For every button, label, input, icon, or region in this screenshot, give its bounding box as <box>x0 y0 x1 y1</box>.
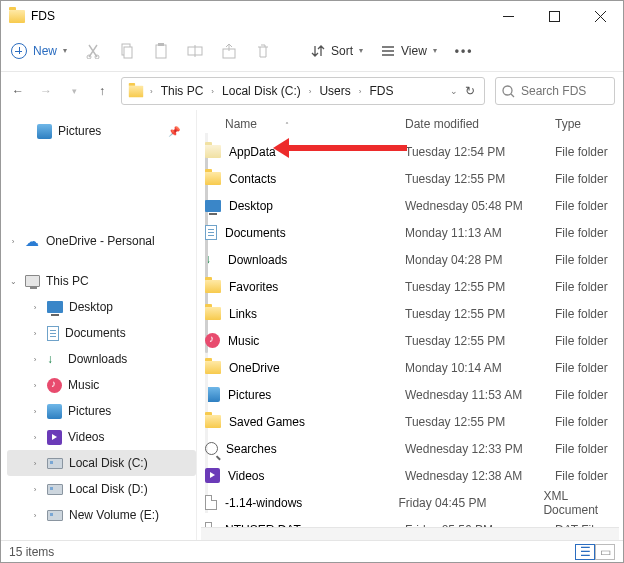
table-row[interactable]: PicturesWednesday 11:53 AMFile folder <box>197 381 623 408</box>
breadcrumb[interactable]: Local Disk (C:) <box>220 84 303 98</box>
table-row[interactable]: DocumentsMonday 11:13 AMFile folder <box>197 219 623 246</box>
table-row[interactable]: ContactsTuesday 12:55 PMFile folder <box>197 165 623 192</box>
video-icon <box>47 430 62 445</box>
sidebar-item-videos[interactable]: ›Videos <box>7 424 196 450</box>
nav-row: ← → ▾ ↑ › This PC › Local Disk (C:) › Us… <box>1 72 623 110</box>
sidebar-item-disk-d[interactable]: ›Local Disk (D:) <box>7 476 196 502</box>
expand-icon[interactable]: › <box>29 407 41 416</box>
table-row[interactable]: VideosWednesday 12:38 AMFile folder <box>197 462 623 489</box>
search-input[interactable] <box>521 84 601 98</box>
horizontal-scrollbar[interactable] <box>201 527 619 541</box>
sidebar-item-label: Downloads <box>68 352 127 366</box>
pin-icon: 📌 <box>168 126 180 137</box>
chevron-right-icon: › <box>307 87 314 96</box>
table-row[interactable]: MusicTuesday 12:55 PMFile folder <box>197 327 623 354</box>
recent-button[interactable]: ▾ <box>65 87 83 96</box>
expand-icon[interactable]: › <box>29 381 41 390</box>
disk-icon <box>47 458 63 469</box>
file-name: Links <box>229 307 257 321</box>
delete-icon[interactable] <box>255 43 271 59</box>
svg-rect-7 <box>124 47 132 58</box>
column-type[interactable]: Type <box>555 117 623 131</box>
breadcrumb[interactable]: FDS <box>367 84 395 98</box>
document-icon <box>205 225 217 240</box>
file-name: AppData <box>229 145 276 159</box>
up-button[interactable]: ↑ <box>93 84 111 98</box>
column-date[interactable]: Date modified <box>405 117 555 131</box>
expand-icon[interactable]: › <box>29 355 41 364</box>
sidebar-item-onedrive[interactable]: › ☁ OneDrive - Personal <box>7 228 196 254</box>
back-button[interactable]: ← <box>9 84 27 98</box>
cut-icon[interactable] <box>85 43 101 59</box>
search-box[interactable] <box>495 77 615 105</box>
column-name[interactable]: Name˄ <box>225 117 405 131</box>
sidebar-item-this-pc[interactable]: ⌄ This PC <box>7 268 196 294</box>
chevron-right-icon: › <box>209 87 216 96</box>
expand-icon[interactable]: › <box>29 303 41 312</box>
sidebar-item-vol-e[interactable]: ›New Volume (E:) <box>7 502 196 528</box>
chevron-down-icon[interactable]: ⌄ <box>450 87 458 96</box>
document-icon <box>47 326 59 341</box>
paste-icon[interactable] <box>153 43 169 59</box>
expand-icon[interactable]: › <box>29 485 41 494</box>
minimize-button[interactable] <box>485 1 531 31</box>
file-type: File folder <box>555 199 608 213</box>
pictures-icon <box>47 404 62 419</box>
table-row[interactable]: SearchesWednesday 12:33 PMFile folder <box>197 435 623 462</box>
sidebar-item-downloads[interactable]: ›↓Downloads <box>7 346 196 372</box>
expand-icon[interactable]: › <box>29 433 41 442</box>
file-type: File folder <box>555 145 608 159</box>
table-row[interactable]: DesktopWednesday 05:48 PMFile folder <box>197 192 623 219</box>
collapse-icon[interactable]: ⌄ <box>7 277 19 286</box>
table-row[interactable]: NTUSER.DATFriday 05:56 PMDAT File <box>197 516 623 527</box>
file-date: Tuesday 12:55 PM <box>405 415 555 429</box>
sidebar-item-pictures[interactable]: Pictures 📌 <box>7 118 196 144</box>
sidebar-item-documents[interactable]: ›Documents <box>7 320 196 346</box>
address-bar[interactable]: › This PC › Local Disk (C:) › Users › FD… <box>121 77 485 105</box>
refresh-button[interactable]: ↻ <box>462 84 478 98</box>
file-name: Saved Games <box>229 415 305 429</box>
breadcrumb[interactable]: Users <box>317 84 352 98</box>
more-button[interactable]: ••• <box>455 44 474 58</box>
view-button[interactable]: View ▾ <box>381 44 437 58</box>
table-row[interactable]: AppDataTuesday 12:54 PMFile folder <box>197 138 623 165</box>
table-row[interactable]: ↓DownloadsMonday 04:28 PMFile folder <box>197 246 623 273</box>
sidebar-item-desktop[interactable]: ›Desktop <box>7 294 196 320</box>
table-row[interactable]: Saved GamesTuesday 12:55 PMFile folder <box>197 408 623 435</box>
expand-icon[interactable]: › <box>29 511 41 520</box>
window-controls <box>485 1 623 31</box>
table-row[interactable]: LinksTuesday 12:55 PMFile folder <box>197 300 623 327</box>
maximize-button[interactable] <box>531 1 577 31</box>
chevron-right-icon: › <box>357 87 364 96</box>
share-icon[interactable] <box>221 43 237 59</box>
folder-icon <box>129 85 143 97</box>
sidebar-scrollbar[interactable] <box>205 133 208 513</box>
copy-icon[interactable] <box>119 43 135 59</box>
file-list-pane: Name˄ Date modified Type AppDataTuesday … <box>196 110 623 541</box>
rename-icon[interactable] <box>187 43 203 59</box>
expand-icon[interactable]: › <box>29 329 41 338</box>
svg-line-17 <box>511 94 514 97</box>
expand-icon[interactable]: › <box>7 237 19 246</box>
expand-icon[interactable]: › <box>29 459 41 468</box>
sidebar-item-label: Desktop <box>69 300 113 314</box>
sidebar-item-disk-c[interactable]: ›Local Disk (C:) <box>7 450 196 476</box>
sort-button[interactable]: Sort ▾ <box>311 44 363 58</box>
file-type: File folder <box>555 334 608 348</box>
details-view-button[interactable]: ☰ <box>575 544 595 560</box>
close-button[interactable] <box>577 1 623 31</box>
table-row[interactable]: -1.14-windowsFriday 04:45 PMXML Document <box>197 489 623 516</box>
search-folder-icon <box>205 442 218 455</box>
file-name: Videos <box>228 469 264 483</box>
sidebar-item-label: Videos <box>68 430 104 444</box>
table-row[interactable]: FavoritesTuesday 12:55 PMFile folder <box>197 273 623 300</box>
music-icon <box>47 378 62 393</box>
sidebar-item-pictures-2[interactable]: ›Pictures <box>7 398 196 424</box>
breadcrumb[interactable]: This PC <box>159 84 206 98</box>
table-row[interactable]: OneDriveMonday 10:14 AMFile folder <box>197 354 623 381</box>
sidebar-item-music[interactable]: ›Music <box>7 372 196 398</box>
forward-button[interactable]: → <box>37 84 55 98</box>
new-button[interactable]: New ▾ <box>11 43 67 59</box>
file-name: Documents <box>225 226 286 240</box>
thumbnails-view-button[interactable]: ▭ <box>595 544 615 560</box>
